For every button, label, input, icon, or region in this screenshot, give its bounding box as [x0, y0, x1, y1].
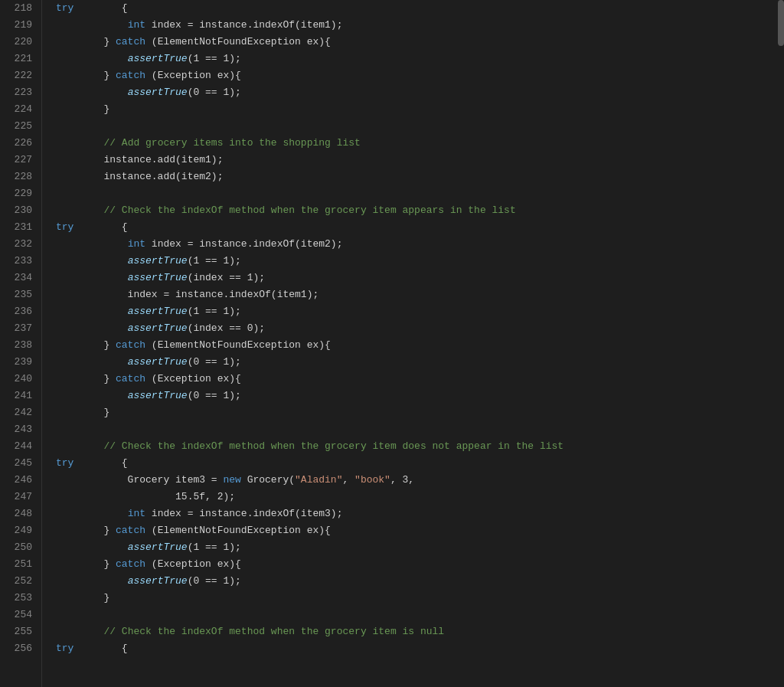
- line-number: 249: [0, 522, 32, 539]
- line-number: 233: [0, 253, 32, 270]
- line-number: 227: [0, 152, 32, 168]
- line-number: 230: [0, 202, 32, 219]
- line-number: 235: [0, 286, 32, 303]
- code-line: instance.add(item2);: [50, 168, 784, 185]
- line-number: 224: [0, 101, 32, 118]
- code-line: } catch (Exception ex){: [50, 556, 784, 573]
- line-number: 256: [0, 640, 32, 657]
- line-number: 219: [0, 17, 32, 34]
- line-number: 248: [0, 505, 32, 522]
- line-number: 250: [0, 539, 32, 556]
- code-line: try {: [50, 0, 784, 17]
- line-number: 245: [0, 455, 32, 472]
- line-number: 243: [0, 421, 32, 438]
- code-line: }: [50, 590, 784, 607]
- code-line: }: [50, 101, 784, 118]
- code-line: }: [50, 404, 784, 421]
- code-line: // Add grocery items into the shopping l…: [50, 135, 784, 152]
- code-editor: 2182192202212222232242252262272282292302…: [0, 0, 784, 687]
- code-line: assertTrue(0 == 1);: [50, 354, 784, 371]
- code-line: assertTrue(1 == 1);: [50, 253, 784, 270]
- code-line: assertTrue(1 == 1);: [50, 539, 784, 556]
- line-number: 239: [0, 354, 32, 371]
- line-number: 231: [0, 219, 32, 236]
- code-line: } catch (ElementNotFoundException ex){: [50, 34, 784, 51]
- code-line: assertTrue(index == 0);: [50, 320, 784, 337]
- line-number: 236: [0, 303, 32, 320]
- code-line: assertTrue(0 == 1);: [50, 388, 784, 404]
- code-line: assertTrue(0 == 1);: [50, 84, 784, 101]
- line-number: 238: [0, 337, 32, 354]
- code-line: // Check the indexOf method when the gro…: [50, 438, 784, 455]
- line-number: 244: [0, 438, 32, 455]
- code-line: [50, 185, 784, 202]
- line-number: 222: [0, 67, 32, 84]
- line-number: 254: [0, 607, 32, 623]
- code-line: assertTrue(index == 1);: [50, 270, 784, 286]
- code-line: assertTrue(1 == 1);: [50, 303, 784, 320]
- line-number: 237: [0, 320, 32, 337]
- line-number: 252: [0, 573, 32, 590]
- code-line: instance.add(item1);: [50, 152, 784, 168]
- code-line: // Check the indexOf method when the gro…: [50, 202, 784, 219]
- line-number: 240: [0, 371, 32, 388]
- code-line: int index = instance.indexOf(item2);: [50, 236, 784, 253]
- code-line: assertTrue(1 == 1);: [50, 51, 784, 67]
- line-number: 220: [0, 34, 32, 51]
- line-numbers: 2182192202212222232242252262272282292302…: [0, 0, 42, 687]
- code-line: } catch (ElementNotFoundException ex){: [50, 337, 784, 354]
- code-line: // Check the indexOf method when the gro…: [50, 623, 784, 640]
- code-line: } catch (Exception ex){: [50, 371, 784, 388]
- line-number: 247: [0, 489, 32, 505]
- line-number: 241: [0, 388, 32, 404]
- scrollbar-thumb[interactable]: [778, 0, 784, 46]
- code-line: int index = instance.indexOf(item1);: [50, 17, 784, 34]
- code-line: assertTrue(0 == 1);: [50, 573, 784, 590]
- code-line: } catch (ElementNotFoundException ex){: [50, 522, 784, 539]
- code-area[interactable]: try { int index = instance.indexOf(item1…: [50, 0, 784, 687]
- code-line: try {: [50, 455, 784, 472]
- line-number: 221: [0, 51, 32, 67]
- line-number: 253: [0, 590, 32, 607]
- scrollbar-track[interactable]: [776, 0, 784, 687]
- line-number: 255: [0, 623, 32, 640]
- code-line: [50, 421, 784, 438]
- code-line: [50, 607, 784, 623]
- code-line: 15.5f, 2);: [50, 489, 784, 505]
- line-number: 225: [0, 118, 32, 135]
- code-line: int index = instance.indexOf(item3);: [50, 505, 784, 522]
- line-number: 246: [0, 472, 32, 489]
- code-line: try {: [50, 640, 784, 657]
- code-line: try {: [50, 219, 784, 236]
- line-number: 228: [0, 168, 32, 185]
- gutter: [42, 0, 50, 687]
- code-line: Grocery item3 = new Grocery("Aladin", "b…: [50, 472, 784, 489]
- line-number: 218: [0, 0, 32, 17]
- line-number: 251: [0, 556, 32, 573]
- line-number: 223: [0, 84, 32, 101]
- line-number: 226: [0, 135, 32, 152]
- line-number: 232: [0, 236, 32, 253]
- code-line: [50, 118, 784, 135]
- code-line: index = instance.indexOf(item1);: [50, 286, 784, 303]
- line-number: 229: [0, 185, 32, 202]
- line-number: 234: [0, 270, 32, 286]
- line-number: 242: [0, 404, 32, 421]
- code-line: } catch (Exception ex){: [50, 67, 784, 84]
